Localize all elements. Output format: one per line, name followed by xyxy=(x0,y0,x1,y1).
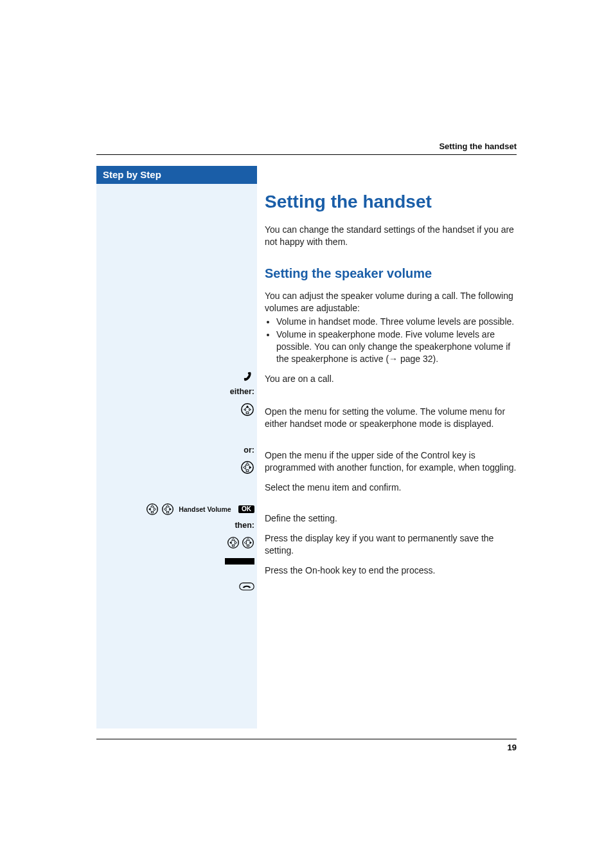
svg-marker-2 xyxy=(249,408,251,411)
svg-marker-27 xyxy=(250,541,252,545)
footer-rule xyxy=(96,739,517,739)
display-key-icon xyxy=(225,558,254,565)
svg-marker-26 xyxy=(244,541,246,545)
ok-badge: OK xyxy=(238,505,254,513)
control-key-right-icon xyxy=(240,460,254,475)
bullet-1: Volume in handset mode. Three volume lev… xyxy=(276,316,517,328)
open-menu-1: Open the menu for setting the volume. Th… xyxy=(265,406,517,430)
section-title: Setting the speaker volume xyxy=(265,266,517,281)
control-key-icon-b xyxy=(161,503,174,516)
end-process: Press the On-hook key to end the process… xyxy=(265,565,517,577)
bullet-2-post: ). xyxy=(433,354,439,364)
select-confirm: Select the menu item and confirm. xyxy=(265,482,517,494)
svg-marker-15 xyxy=(166,505,169,507)
svg-marker-25 xyxy=(247,538,250,540)
svg-rect-3 xyxy=(246,412,249,414)
side-controlkey-2 xyxy=(96,460,254,475)
svg-marker-16 xyxy=(164,508,166,511)
on-call-text: You are on a call. xyxy=(265,373,517,385)
svg-rect-18 xyxy=(166,511,168,513)
page-number: 19 xyxy=(508,743,517,752)
side-either: either: xyxy=(96,387,254,395)
control-key-icon-a xyxy=(146,503,159,516)
then-label: then: xyxy=(235,521,254,530)
svg-marker-17 xyxy=(169,508,171,511)
side-display-key xyxy=(96,557,254,565)
svg-marker-11 xyxy=(149,508,151,511)
header-rule xyxy=(96,154,517,155)
side-onhook xyxy=(96,582,254,592)
running-head: Setting the handset xyxy=(439,141,517,151)
bullet-list: Volume in handset mode. Three volume lev… xyxy=(265,316,517,366)
svg-marker-10 xyxy=(151,505,154,507)
open-menu-2: Open the menu if the upper side of the C… xyxy=(265,449,517,474)
onhook-key-icon xyxy=(239,582,254,592)
either-label: either: xyxy=(230,387,254,396)
side-then: then: xyxy=(96,521,254,529)
svg-marker-21 xyxy=(229,541,231,545)
svg-rect-13 xyxy=(152,511,154,513)
side-or: or: xyxy=(96,446,254,454)
page-ref: → page 32 xyxy=(389,354,433,364)
handset-icon xyxy=(243,372,254,383)
intro-paragraph: You can change the standard settings of … xyxy=(265,224,517,248)
control-key-left-icon xyxy=(227,536,240,549)
control-key-up-icon xyxy=(240,402,254,417)
svg-marker-12 xyxy=(154,508,156,511)
or-label: or: xyxy=(244,446,254,455)
section-desc: You can adjust the speaker volume during… xyxy=(265,290,517,314)
side-menu-select: Handset Volume OK xyxy=(90,503,254,516)
bullet-2: Volume in speakerphone mode. Five volume… xyxy=(276,329,517,365)
svg-marker-5 xyxy=(245,463,249,466)
svg-marker-22 xyxy=(235,541,236,545)
svg-rect-8 xyxy=(246,470,249,472)
svg-marker-1 xyxy=(244,408,246,411)
main-content: Setting the handset You can change the s… xyxy=(265,166,517,584)
side-controlkey-1 xyxy=(96,402,254,417)
sidebar-title: Step by Step xyxy=(96,166,257,184)
side-controlkeys-define xyxy=(96,536,254,549)
svg-marker-20 xyxy=(231,538,235,540)
svg-marker-7 xyxy=(244,466,246,469)
page-title: Setting the handset xyxy=(265,192,517,212)
define-setting: Define the setting. xyxy=(265,512,517,525)
svg-rect-28 xyxy=(247,545,249,547)
svg-marker-6 xyxy=(249,466,252,469)
control-key-right-icon-2 xyxy=(242,536,254,549)
svg-rect-23 xyxy=(232,545,234,547)
side-handset xyxy=(96,372,254,383)
save-setting: Press the display key if you want to per… xyxy=(265,532,517,557)
menu-item-label: Handset Volume xyxy=(179,505,231,513)
